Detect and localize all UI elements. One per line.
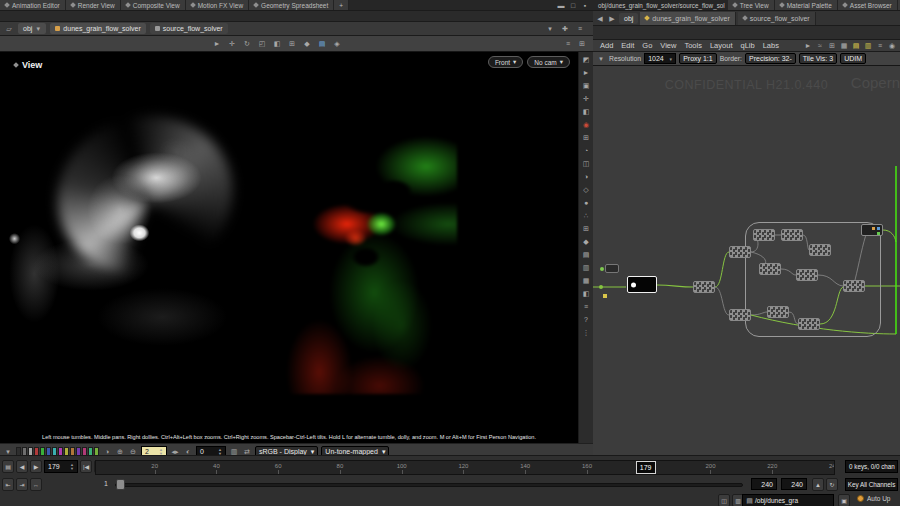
- display-points-icon[interactable]: ∴: [581, 210, 591, 220]
- menu-go[interactable]: Go: [638, 41, 656, 50]
- lights-icon[interactable]: ◔: [581, 145, 591, 155]
- pane-menu-icon[interactable]: ▪: [580, 0, 590, 10]
- pose-tool-icon[interactable]: ◆: [302, 39, 312, 49]
- auto-update-control[interactable]: Auto Up: [857, 495, 891, 502]
- pane-tab-render-view[interactable]: Render View: [66, 0, 121, 11]
- node[interactable]: [767, 306, 789, 318]
- net-list-icon[interactable]: ≡: [875, 41, 885, 51]
- snap-tool-icon[interactable]: ◧: [272, 39, 282, 49]
- playbar-menu-button[interactable]: ▤: [2, 460, 14, 473]
- nav-forward-icon[interactable]: ▶: [607, 13, 617, 23]
- path-list-icon[interactable]: ≡: [575, 24, 585, 34]
- range-options-button[interactable]: ↔: [30, 478, 42, 491]
- node[interactable]: [729, 246, 751, 258]
- tile-vis-dropdown[interactable]: Tile Vis: 3: [799, 53, 837, 64]
- flipbook-icon[interactable]: ▦: [581, 275, 591, 285]
- secure-selection-icon[interactable]: ▣: [581, 80, 591, 90]
- menu-layout[interactable]: Layout: [706, 41, 737, 50]
- menu-add[interactable]: Add: [596, 41, 617, 50]
- select-mode-icon[interactable]: ►: [581, 67, 591, 77]
- udim-button[interactable]: UDIM: [840, 53, 866, 64]
- node[interactable]: [781, 229, 803, 241]
- path-dropdown-icon[interactable]: ▾: [545, 24, 555, 34]
- proxy-button[interactable]: Proxy 1:1: [679, 53, 717, 64]
- current-frame-field[interactable]: 179 ▲▼: [44, 460, 78, 473]
- more-icon[interactable]: ⋮: [581, 327, 591, 337]
- breadcrumb-chip-source-flow-solver[interactable]: source_flow_solver: [150, 23, 228, 34]
- node[interactable]: [759, 263, 781, 275]
- copernicus-badge-icon[interactable]: ◉: [581, 119, 591, 129]
- net-thumbs-icon[interactable]: ▦: [839, 41, 849, 51]
- jump-range-end-button[interactable]: ⇥: [16, 478, 28, 491]
- new-pane-tab-button[interactable]: +: [334, 0, 349, 11]
- view-direction-menu[interactable]: Front ▾: [488, 56, 523, 68]
- lock-icon[interactable]: ▣: [838, 494, 850, 506]
- menu-labs[interactable]: Labs: [759, 41, 783, 50]
- snapshot-small-icon[interactable]: ◫: [718, 494, 730, 506]
- net-wire-icon[interactable]: ≈: [815, 41, 825, 51]
- jump-range-start-button[interactable]: ⇤: [2, 478, 14, 491]
- net-dot-icon[interactable]: ◉: [887, 41, 897, 51]
- grid-snap-icon[interactable]: ⊞: [287, 39, 297, 49]
- node[interactable]: [693, 281, 715, 293]
- rotate-tool-icon[interactable]: ↻: [242, 39, 252, 49]
- view-pane-icon[interactable]: ▤: [581, 249, 591, 259]
- node[interactable]: [729, 309, 751, 321]
- node[interactable]: [843, 280, 865, 292]
- node[interactable]: [753, 229, 775, 241]
- node-with-flags[interactable]: [861, 224, 883, 236]
- view-mode-icon[interactable]: ◩: [581, 54, 591, 64]
- reference-grid-icon[interactable]: ⊞: [581, 223, 591, 233]
- res-menu-icon[interactable]: ▾: [596, 54, 606, 64]
- sop-mode-icon[interactable]: ⊞: [581, 132, 591, 142]
- pane-maximize-icon[interactable]: □: [568, 0, 578, 10]
- node-selected[interactable]: [627, 276, 657, 293]
- camera-icon[interactable]: ◫: [581, 158, 591, 168]
- update-icon[interactable]: ↻: [826, 478, 838, 491]
- play-button[interactable]: ▶: [30, 460, 42, 473]
- key-all-channels-button[interactable]: Key All Channels: [845, 478, 898, 491]
- context-dropdown[interactable]: obj ▾: [18, 23, 46, 34]
- snapshot-icon[interactable]: ◧: [581, 288, 591, 298]
- network-tab-source-flow-solver[interactable]: source_flow_solver: [738, 12, 816, 25]
- camera-menu[interactable]: No cam ▾: [527, 56, 570, 68]
- handles-icon[interactable]: ✛: [581, 93, 591, 103]
- toolbar-menu-icon[interactable]: ≡: [563, 39, 573, 49]
- pane-tab-material-palette[interactable]: Material Palette: [775, 0, 838, 11]
- options-tool-icon[interactable]: ◈: [332, 39, 342, 49]
- range-slider-handle[interactable]: [116, 479, 125, 490]
- shading-mode-icon[interactable]: ◑: [581, 171, 591, 181]
- select-tool-icon[interactable]: ►: [212, 39, 222, 49]
- prev-keyframe-button[interactable]: |◀: [80, 460, 92, 473]
- network-tab-dunes-grain-flow-solver[interactable]: dunes_grain_flow_solver: [640, 12, 735, 25]
- wireframe-icon[interactable]: ◇: [581, 184, 591, 194]
- precision-dropdown[interactable]: Precision: 32-: [745, 53, 796, 64]
- net-notes-icon[interactable]: ▤: [851, 41, 861, 51]
- play-reverse-button[interactable]: ◀: [16, 460, 28, 473]
- nav-root-chip[interactable]: obj: [619, 13, 638, 24]
- node-input-mini[interactable]: [605, 264, 619, 273]
- pane-tab-geometry-spreadsheet[interactable]: Geometry Spreadsheet: [249, 0, 334, 11]
- pane-tab-composite-view[interactable]: Composite View: [121, 0, 186, 11]
- pane-minimize-icon[interactable]: ▬: [556, 0, 566, 10]
- frame-stepper[interactable]: ▲▼: [70, 463, 74, 471]
- net-palette-icon[interactable]: ▥: [863, 41, 873, 51]
- timeline-ruler[interactable]: 20406080100120140160180200220240179: [95, 460, 835, 475]
- add-path-icon[interactable]: ✚: [560, 24, 570, 34]
- resolution-field[interactable]: 1024 ▾: [644, 53, 676, 64]
- nav-back-icon[interactable]: ◀: [595, 13, 605, 23]
- smooth-shade-icon[interactable]: ●: [581, 197, 591, 207]
- current-frame-marker[interactable]: 179: [636, 461, 656, 474]
- visualizer-icon[interactable]: ▥: [581, 262, 591, 272]
- display-options-icon[interactable]: ≡: [581, 301, 591, 311]
- range-end-field-2[interactable]: 240: [781, 478, 807, 490]
- range-slider-track[interactable]: [115, 483, 743, 487]
- pane-tab-tree-view[interactable]: Tree View: [728, 0, 775, 11]
- node[interactable]: [798, 318, 820, 330]
- pane-tab-asset-browser[interactable]: Asset Browser: [838, 0, 898, 11]
- scale-tool-icon[interactable]: ◰: [257, 39, 267, 49]
- menu-tools[interactable]: Tools: [680, 41, 706, 50]
- pane-tab-animation-editor[interactable]: Animation Editor: [0, 0, 66, 11]
- node[interactable]: [796, 269, 818, 281]
- auto-update-toggle-icon[interactable]: [857, 495, 864, 502]
